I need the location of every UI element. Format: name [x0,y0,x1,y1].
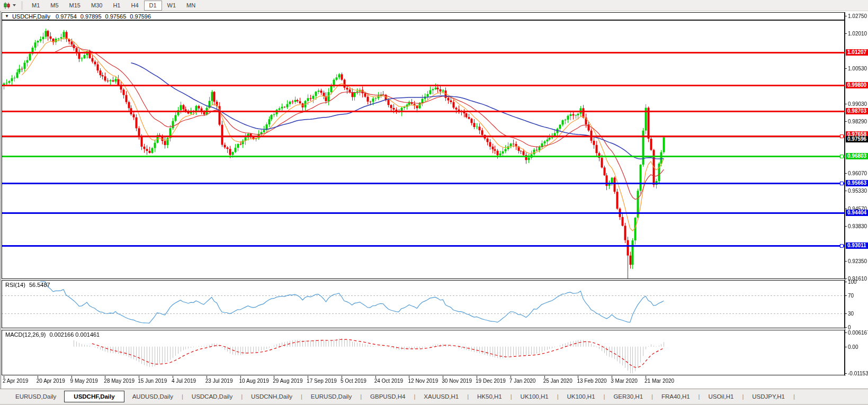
date-label-29-aug-2019: 29 Aug 2019 [273,378,302,384]
rsi-level-100: 100 [848,279,857,285]
mt4-terminal: { "toolbar": { "indicator_button": "char… [0,0,868,405]
indicators-button[interactable] [1,1,19,10]
timeframe-button-h4[interactable]: H4 [126,1,144,11]
hline-label-0.96803: 0.96803 [846,153,868,159]
date-label-12-nov-2019: 12 Nov 2019 [408,378,438,384]
tab-separator: | [793,393,795,400]
macd-name: MACD(12,26,9) [5,331,46,338]
rsi-name: RSI(14) [5,282,25,288]
date-label-3-mar-2020: 3 Mar 2020 [611,378,638,384]
rsi-level-70: 70 [848,292,854,298]
price-tick-0.92350: 0.92350 [848,258,867,264]
chart-tab-eurusd-daily[interactable]: EURUSD,Daily [7,391,64,402]
dropdown-arrow-icon [13,4,16,6]
ohlc-high: 0.97895 [80,13,102,20]
price-tick-0.93830: 0.93830 [848,223,867,229]
timeframe-button-mn[interactable]: MN [181,1,201,11]
date-label-10-aug-2019: 10 Aug 2019 [239,378,269,384]
timeframe-button-m1[interactable]: M1 [26,1,45,11]
date-label-7-jan-2020: 7 Jan 2020 [509,378,536,384]
toolbar: M1M5M15M30H1H4D1W1MN [0,0,868,11]
timeframe-button-m5[interactable]: M5 [45,1,64,11]
candlestick-chart-icon [3,2,11,10]
chart-symbol-label: USDCHF,Daily [12,13,50,20]
chart-tab-usdchf-daily[interactable]: USDCHF,Daily [64,391,124,402]
chart-canvas[interactable] [0,0,868,405]
price-tick-1.02750: 1.02750 [848,13,867,19]
date-label-17-sep-2019: 17 Sep 2019 [307,378,337,384]
chart-tab-usoil-h1[interactable]: USOil,H1 [700,391,741,402]
current-price-label: 0.97596 [846,136,868,142]
date-label-25-jan-2020: 25 Jan 2020 [543,378,572,384]
toolbar-grip [21,2,23,10]
date-label-5-oct-2019: 5 Oct 2019 [341,378,366,384]
date-label-20-apr-2019: 20 Apr 2019 [37,378,65,384]
hline-label-0.95663: 0.95663 [846,180,868,186]
timeframe-button-w1[interactable]: W1 [162,1,182,11]
price-tick-1.00530: 1.00530 [848,65,867,71]
price-tick-0.98290: 0.98290 [848,118,867,124]
timeframe-button-group: M1M5M15M30H1H4D1W1MN [26,1,201,11]
hline-label-1.01207: 1.01207 [846,49,868,56]
ohlc-open: 0.97754 [56,13,77,20]
date-label-28-may-2019: 28 May 2019 [104,378,135,384]
chart-tab-uk100-h1[interactable]: UK100,H1 [513,391,557,402]
chart-collapse-icon[interactable]: ▼ [5,14,9,19]
timeframe-button-d1[interactable]: D1 [144,1,162,11]
date-label-24-oct-2019: 24 Oct 2019 [374,378,403,384]
hline-label-0.98703: 0.98703 [846,108,868,114]
chart-tab-usdcnh-daily[interactable]: USDCNH,Daily [243,391,300,402]
hline-label-0.99800: 0.99800 [846,82,868,88]
ohlc-low: 0.97565 [105,13,127,20]
chart-tab-fra40-h1[interactable]: FRA40,H1 [654,391,698,402]
price-tick-0.99030: 0.99030 [848,101,867,106]
macd-level-0-006167: 0.006167 [848,329,868,335]
macd-level-0-011531: -0.011531 [848,370,868,376]
price-tick-1.02010: 1.02010 [848,30,867,36]
timeframe-button-m15[interactable]: M15 [64,1,86,11]
date-label-2-apr-2019: 2 Apr 2019 [3,378,28,384]
chart-tab-uk100-h1[interactable]: UK100,H1 [559,391,603,402]
macd-values: 0.002166 0.001461 [49,331,100,338]
date-label-19-dec-2019: 19 Dec 2019 [476,378,506,384]
hline-label-0.94404: 0.94404 [846,210,868,216]
date-label-4-jul-2019: 4 Jul 2019 [172,378,196,384]
date-label-9-may-2019: 9 May 2019 [70,378,98,384]
chart-tab-ger30-h1[interactable]: GER30,H1 [605,391,651,402]
date-label-23-jul-2019: 23 Jul 2019 [205,378,233,384]
price-tick-0.96070: 0.96070 [848,170,867,176]
rsi-value: 56.5487 [29,282,50,288]
date-label-15-jun-2019: 15 Jun 2019 [138,378,167,384]
macd-level-0-00: 0.00 [848,344,858,349]
date-label-13-feb-2020: 13 Feb 2020 [577,378,606,384]
chart-tab-usdjpy-h1[interactable]: USDJPY,H1 [744,391,793,402]
price-tick-0.95330: 0.95330 [848,188,867,194]
hline-label-0.93011: 0.93011 [846,242,868,249]
timeframe-button-m30[interactable]: M30 [86,1,108,11]
timeframe-button-h1[interactable]: H1 [108,1,126,11]
ohlc-close: 0.97596 [130,13,151,20]
chart-tab-audusd-daily[interactable]: AUDUSD,Daily [124,391,181,402]
chart-tab-gbpusd-h4[interactable]: GBPUSD,H4 [362,391,413,402]
date-label-30-nov-2019: 30 Nov 2019 [442,378,472,384]
chart-tab-hk50-h1[interactable]: HK50,H1 [469,391,510,402]
rsi-level-30: 30 [848,311,854,317]
chart-tab-bar: EURUSD,DailyUSDCHF,DailyAUDUSD,Daily|USD… [0,389,868,404]
chart-title-bar: ▼ USDCHF,Daily 0.97754 0.97895 0.97565 0… [2,12,845,20]
date-label-21-mar-2020: 21 Mar 2020 [645,378,674,384]
chart-tab-usdcad-daily[interactable]: USDCAD,Daily [184,391,240,402]
chart-tab-eurusd-daily[interactable]: EURUSD,Daily [303,391,360,402]
chart-tab-xauusd-h1[interactable]: XAUUSD,H1 [416,391,467,402]
rsi-indicator-label: RSI(14)56.5487 [5,282,54,288]
macd-indicator-label: MACD(12,26,9)0.002166 0.001461 [5,331,103,338]
